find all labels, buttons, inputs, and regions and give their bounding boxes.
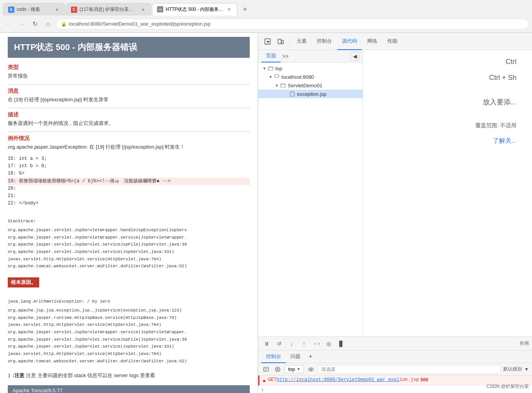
code-line-4: 20: [8, 185, 250, 192]
nav-bar: ← → ↻ ⌂ 🔒 localhost:8080/ServletDemo01_w… [0, 16, 532, 33]
new-tab-button[interactable]: + [240, 4, 250, 15]
step-out-button[interactable]: ↑ [299, 338, 309, 349]
webpage-content: HTTP状态 500 - 内部服务器错误 类型 异常报告 消息 在 [19] 行… [0, 33, 258, 393]
pause-button[interactable]: ⏸ [261, 338, 272, 349]
sources-tab-more[interactable]: >> [281, 52, 290, 61]
root-cause-label: 根本原因。 [8, 277, 250, 291]
root-line-7: org.apache.tomcat.websocket.server.WsFil… [8, 358, 250, 365]
tab-network[interactable]: 网络 [363, 33, 382, 50]
console-filter-input[interactable] [318, 365, 501, 374]
device-mode-button[interactable] [275, 35, 287, 48]
tree-item-exception-jsp[interactable]: exception.jsp [258, 90, 363, 98]
devtools-bottom-bar: ⏸ ↺ ↓ ↑ →↑ ◎ ▊ 作用 [258, 336, 532, 350]
error-url-link[interactable]: http://localhost:8080/ServletDemo01_war_… [276, 377, 399, 383]
top-dropdown[interactable]: top ▼ [285, 365, 304, 373]
exception-text: org.apache.jasper.JasperException: 在 [19… [8, 144, 250, 151]
console-tab-issues[interactable]: 问题 [286, 351, 305, 363]
tab-elements[interactable]: 元素 [292, 33, 311, 50]
folder-icon-servlet [280, 82, 286, 88]
tab-1-label: csdn - 搜索 [17, 6, 52, 13]
folder-icon-top [268, 65, 274, 71]
coverage-section: 覆盖范围: 不适用 [378, 122, 516, 129]
svg-rect-4 [281, 84, 285, 87]
root-line-3: org.apache.jasper.servlet.JspServletWrap… [8, 329, 250, 336]
stacktrace-label: Stacktrace: [8, 218, 250, 225]
tab-3-close[interactable]: × [226, 6, 232, 12]
tab-2-close[interactable]: × [140, 7, 146, 13]
tab-3[interactable]: ⊙ HTTP状态 500 - 内部服务器错误 × [152, 3, 237, 16]
tab-performance[interactable]: 性能 [383, 33, 402, 50]
root-cause-text: java.lang.ArithmeticException: / by zero [8, 298, 250, 305]
home-button[interactable]: ⌂ [43, 19, 54, 29]
code-line-1: 17: int b = 0; [8, 163, 250, 170]
back-button[interactable]: ← [3, 19, 14, 29]
code-line-5: 21: [8, 192, 250, 200]
shortcut-drag: 放入要添... [378, 97, 516, 107]
inspect-element-button[interactable] [261, 35, 274, 48]
footer-bar: Apache Tomcat/8.5.77 [8, 385, 250, 393]
tree-label-servlet: ServletDemo01 [288, 83, 323, 88]
console-tab-console[interactable]: 控制台 [261, 351, 286, 363]
shortcut-run: Ctrl + Sh [378, 74, 516, 82]
tab-1[interactable]: b csdn - 搜索 × [3, 3, 65, 16]
console-eye-btn[interactable] [306, 365, 316, 374]
tree-item-servlet[interactable]: ▼ ServletDemo01 [258, 81, 363, 90]
sources-left-panel: 页面 >> ◀ ▼ [258, 50, 363, 336]
section-desc-content: 服务器遇到一个意外的情况，阻止它完成请求。 [8, 120, 250, 127]
forward-button[interactable]: → [16, 19, 27, 29]
tab-2[interactable]: C (117条消息) 铲屎官白茶的博客_C... × [66, 3, 151, 16]
tree-item-localhost[interactable]: ▼ localhost:8080 [258, 73, 363, 81]
tree-item-top[interactable]: ▼ top [258, 64, 363, 73]
code-block: 16: int a = 3; 17: int b = 0; 18: %> 19:… [8, 155, 250, 207]
coverage-text: 覆盖范围: 不适用 [475, 122, 516, 128]
console-level-arrow-icon: ▼ [524, 367, 529, 372]
stack-line-3: org.apache.jasper.servlet.JspServlet.ser… [8, 248, 250, 256]
learn-link-container[interactable]: 了解关... [378, 137, 516, 145]
stacktrace-lines: org.apache.jasper.servlet.JspServletWrap… [8, 227, 250, 270]
learn-link[interactable]: 了解关... [493, 137, 516, 144]
section-message-content: 在 [19] 行处理 [/jsp/exception.jsp] 时发生异常 [8, 96, 250, 103]
svg-point-8 [310, 369, 312, 370]
deactivate-button[interactable]: ◎ [323, 338, 334, 349]
tab-1-close[interactable]: × [54, 7, 60, 13]
reload-button[interactable]: ↻ [29, 19, 40, 29]
root-cause-lines: org.apache.jsp.jsp.exception_jsp._jspSer… [8, 307, 250, 365]
console-add-tab[interactable]: + [305, 351, 316, 362]
tab-console[interactable]: 控制台 [312, 33, 337, 50]
action-label: 作用 [520, 340, 529, 347]
devtools-body: 页面 >> ◀ ▼ [258, 50, 532, 336]
blackbox-button[interactable]: ▊ [336, 338, 347, 349]
top-dropdown-arrow-icon: ▼ [297, 367, 301, 371]
console-level-label: 默认级别 [503, 366, 522, 372]
error-circle-icon: ● [263, 377, 266, 384]
file-tree: ▼ top ▼ [258, 62, 363, 336]
browser-chrome: b csdn - 搜索 × C (117条消息) 铲屎官白茶的博客_C... ×… [0, 0, 532, 33]
root-line-6: javax.servlet.http.HttpServlet.service(H… [8, 350, 250, 358]
console-tabs: 控制台 问题 + [258, 351, 532, 363]
sources-back-button[interactable]: ◀ [350, 52, 359, 61]
error-title: HTTP状态 500 - 内部服务器错误 [14, 42, 137, 52]
stack-line-5: org.apache.tomcat.websocket.server.WsFil… [8, 263, 250, 270]
url-lock-icon: 🔒 [61, 21, 67, 27]
error-header: HTTP状态 500 - 内部服务器错误 [8, 37, 250, 58]
console-forward-btn[interactable] [261, 365, 271, 374]
svg-point-7 [309, 368, 313, 371]
step-button[interactable]: →↑ [311, 338, 322, 349]
toolbar-divider [289, 37, 290, 46]
top-dropdown-label: top [288, 366, 295, 372]
step-over-button[interactable]: ↺ [274, 338, 285, 349]
console-clear-btn[interactable] [273, 365, 282, 374]
svg-rect-2 [282, 40, 283, 44]
note-text: ）:注意 注意 主要问题的全部 stack 信息可以在 server logs … [8, 372, 250, 379]
root-line-5: org.apache.jasper.servlet.JspServlet.ser… [8, 343, 250, 350]
tree-label-top: top [275, 66, 282, 71]
tree-label-exception-jsp: exception.jsp [297, 91, 326, 97]
tab-sources[interactable]: 源代码 [337, 33, 362, 50]
step-into-button[interactable]: ↓ [286, 338, 297, 349]
section-message-label: 消息 [8, 88, 250, 95]
url-bar[interactable]: 🔒 localhost:8080/ServletDemo01_war_explo… [56, 19, 529, 29]
sources-tab-page[interactable]: 页面 [261, 50, 281, 62]
tree-arrow-top: ▼ [261, 65, 268, 71]
root-line-1: org.apache.jasper.runtime.HttpJspBase.se… [8, 314, 250, 322]
tab-bar: b csdn - 搜索 × C (117条消息) 铲屎官白茶的博客_C... ×… [0, 0, 532, 16]
